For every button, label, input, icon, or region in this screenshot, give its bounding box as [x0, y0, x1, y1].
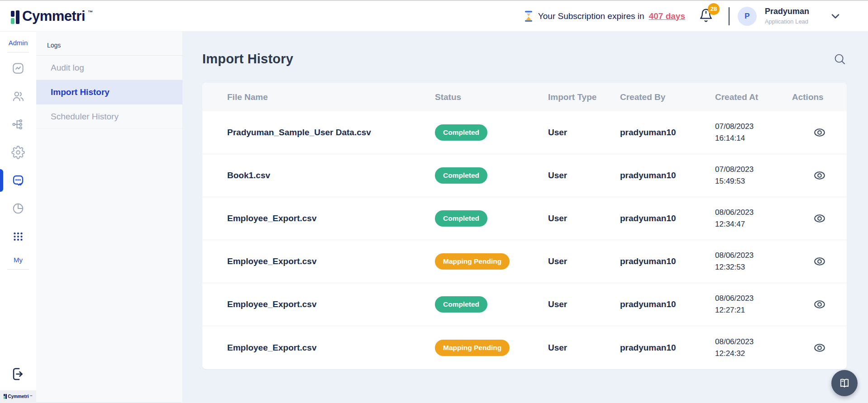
apps-grid-icon [11, 230, 25, 243]
created-time: 12:34:47 [715, 220, 745, 228]
view-details-button[interactable] [813, 126, 826, 139]
search-button[interactable] [833, 52, 847, 66]
file-name-cell: Employee_Export.csv [227, 299, 435, 309]
logs-chat-icon [11, 174, 25, 187]
eye-icon [813, 169, 826, 182]
logout-icon [10, 366, 26, 382]
file-name-cell: Book1.csv [227, 171, 435, 180]
table-row: Pradyuman_Sample_User Data.csv Completed… [202, 111, 847, 154]
view-details-button[interactable] [813, 298, 826, 311]
created-by-cell: pradyuman10 [620, 213, 715, 223]
rail-footer-logo: Cymmetri ™ [0, 390, 36, 402]
import-history-table: File Name Status Import Type Created By … [202, 83, 847, 369]
status-pill: Completed [435, 167, 487, 184]
rail-divider [7, 52, 29, 52]
subscription-text: Your Subscription expires in [538, 11, 644, 21]
status-cell: Completed [435, 296, 548, 313]
cymmetri-logo: Cymmetri ™ [11, 9, 93, 24]
table-row: Employee_Export.csv Mapping Pending User… [202, 240, 847, 283]
eye-icon [813, 298, 826, 311]
my-section-label: My [14, 256, 23, 264]
logout-button[interactable] [0, 360, 36, 388]
created-time: 16:14:14 [715, 134, 745, 142]
created-time: 12:24:32 [715, 349, 745, 358]
chevron-down-icon [829, 10, 842, 23]
created-at-cell: 08/06/2023 12:24:32 [715, 336, 792, 360]
logo-text: Cymmetri [22, 9, 85, 24]
import-type-cell: User [548, 171, 620, 180]
cymmetri-logo-mark-icon [11, 9, 19, 24]
file-name-cell: Pradyuman_Sample_User Data.csv [227, 128, 435, 137]
user-avatar[interactable]: P [738, 7, 757, 26]
table-body: Pradyuman_Sample_User Data.csv Completed… [202, 111, 847, 369]
status-pill: Mapping Pending [435, 340, 510, 356]
user-menu-toggle[interactable] [829, 10, 842, 23]
view-details-button[interactable] [813, 341, 826, 355]
topbar-divider [729, 7, 730, 25]
status-cell: Completed [435, 124, 548, 141]
subscription-notice: Your Subscription expires in 407 days [524, 10, 685, 22]
sidebar-item-dashboard[interactable] [0, 54, 36, 82]
import-type-cell: User [548, 299, 620, 309]
settings-gear-icon [11, 146, 25, 159]
mini-logo-mark-icon [4, 394, 7, 399]
col-header-import-type: Import Type [548, 92, 620, 102]
status-pill: Completed [435, 210, 487, 227]
active-indicator-bar [0, 169, 3, 192]
created-by-cell: pradyuman10 [620, 171, 715, 180]
documentation-fab-button[interactable] [831, 370, 858, 396]
sidebar-item-users[interactable] [0, 82, 36, 110]
subscription-days-link[interactable]: 407 days [649, 11, 685, 21]
logs-panel-item[interactable]: Scheduler History [36, 104, 182, 129]
created-date: 08/06/2023 [715, 337, 754, 346]
hourglass-icon [524, 10, 534, 22]
search-icon [833, 52, 847, 66]
logo-trademark: ™ [88, 9, 93, 15]
dashboard-icon [11, 62, 25, 75]
status-cell: Completed [435, 167, 548, 184]
sidebar-item-apps[interactable] [0, 223, 36, 251]
table-row: Employee_Export.csv Mapping Pending User… [202, 326, 847, 369]
created-by-cell: pradyuman10 [620, 256, 715, 266]
import-type-cell: User [548, 343, 620, 353]
created-at-cell: 08/06/2023 12:27:21 [715, 293, 792, 316]
view-details-button[interactable] [813, 169, 826, 182]
created-date: 07/08/2023 [715, 165, 754, 174]
file-name-cell: Employee_Export.csv [227, 256, 435, 266]
notifications-button[interactable]: 28 [699, 8, 713, 25]
created-at-cell: 08/06/2023 12:34:47 [715, 207, 792, 230]
sidebar-item-provisioning[interactable] [0, 110, 36, 138]
created-by-cell: pradyuman10 [620, 128, 715, 137]
col-header-file-name: File Name [227, 92, 435, 102]
status-cell: Mapping Pending [435, 253, 548, 270]
col-header-status: Status [435, 92, 548, 102]
status-pill: Completed [435, 124, 487, 141]
sidebar-item-logs[interactable] [0, 166, 36, 194]
open-book-icon [838, 377, 851, 389]
created-time: 15:49:53 [715, 177, 745, 185]
import-type-cell: User [548, 128, 620, 137]
col-header-actions: Actions [792, 92, 847, 102]
sidebar-item-settings[interactable] [0, 138, 36, 166]
view-details-button[interactable] [813, 212, 826, 225]
logs-panel-item[interactable]: Audit log [36, 56, 182, 80]
table-row: Employee_Export.csv Completed User prady… [202, 283, 847, 326]
eye-icon [813, 341, 826, 355]
rail-divider-my [7, 269, 29, 270]
sidebar-item-reports[interactable] [0, 194, 36, 223]
status-pill: Mapping Pending [435, 253, 510, 270]
created-date: 08/06/2023 [715, 294, 754, 303]
table-row: Book1.csv Completed User pradyuman10 07/… [202, 154, 847, 197]
page-title: Import History [202, 52, 293, 66]
import-type-cell: User [548, 213, 620, 223]
users-icon [11, 90, 25, 103]
main-content: Import History File Name Status Import T… [183, 32, 868, 402]
table-header-row: File Name Status Import Type Created By … [202, 83, 847, 111]
mini-logo-text: Cymmetri [8, 394, 29, 399]
import-type-cell: User [548, 256, 620, 266]
view-details-button[interactable] [813, 255, 826, 268]
logs-panel-item[interactable]: Import History [36, 80, 182, 104]
eye-icon [813, 255, 826, 268]
notification-count-badge: 28 [708, 3, 720, 15]
created-at-cell: 07/08/2023 16:14:14 [715, 121, 792, 144]
